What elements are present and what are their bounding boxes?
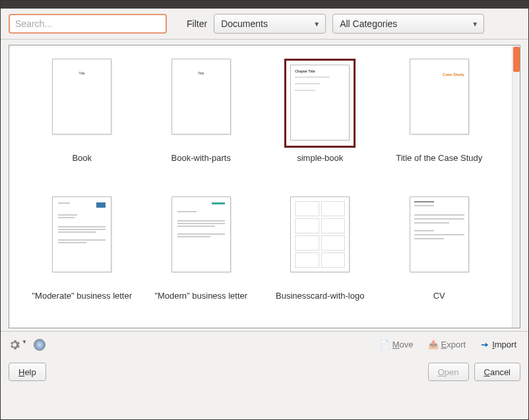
template-label: CV bbox=[433, 291, 445, 301]
template-item[interactable]: TitleBook bbox=[22, 59, 142, 177]
category-select[interactable]: All Categories ▼ bbox=[332, 14, 484, 34]
template-thumbnail: Title bbox=[171, 59, 231, 148]
filter-select[interactable]: Documents ▼ bbox=[214, 14, 326, 34]
scrollbar-thumb[interactable] bbox=[513, 47, 520, 72]
template-thumbnail bbox=[410, 196, 469, 285]
chevron-down-icon: ▼ bbox=[22, 339, 27, 345]
filter-select-value: Documents bbox=[221, 18, 268, 29]
toolbar: Filter Documents ▼ All Categories ▼ bbox=[1, 9, 528, 40]
template-label: simple-book bbox=[297, 153, 343, 164]
template-thumbnail bbox=[52, 196, 111, 285]
template-label: "Moderate" business letter bbox=[32, 291, 132, 301]
category-select-value: All Categories bbox=[340, 18, 397, 29]
bottom-button-row: Help Open Cancel bbox=[1, 357, 528, 386]
help-button[interactable]: Help bbox=[9, 363, 46, 381]
template-item[interactable]: Chapter Titlesimple-book bbox=[261, 59, 380, 177]
template-thumbnail bbox=[171, 196, 231, 285]
export-icon bbox=[428, 340, 439, 349]
template-label: Book-with-parts bbox=[171, 153, 231, 164]
template-item[interactable]: TitleBook-with-parts bbox=[142, 59, 261, 177]
cancel-button[interactable]: Cancel bbox=[474, 363, 520, 381]
import-button[interactable]: Import bbox=[476, 337, 520, 352]
template-thumbnail: Title bbox=[52, 59, 111, 148]
settings-menu-button[interactable]: ▼ bbox=[9, 339, 27, 351]
browse-online-button[interactable] bbox=[34, 339, 46, 351]
template-item[interactable]: CV bbox=[380, 196, 499, 315]
import-icon bbox=[480, 340, 489, 349]
template-dialog: Filter Documents ▼ All Categories ▼ Titl… bbox=[0, 0, 529, 420]
gear-icon bbox=[9, 339, 20, 351]
open-button[interactable]: Open bbox=[428, 363, 469, 381]
template-item[interactable]: Case StudyTitle of the Case Study bbox=[380, 59, 499, 177]
chevron-down-icon: ▼ bbox=[472, 20, 478, 28]
titlebar[interactable] bbox=[1, 1, 528, 9]
action-row: ▼ Move Export Import bbox=[1, 331, 528, 357]
scrollbar[interactable] bbox=[512, 45, 520, 328]
template-label: Title of the Case Study bbox=[396, 153, 482, 164]
template-item[interactable]: Businesscard-with-logo bbox=[261, 196, 380, 315]
chevron-down-icon: ▼ bbox=[313, 20, 320, 28]
move-icon bbox=[379, 340, 390, 349]
template-label: Businesscard-with-logo bbox=[276, 291, 364, 301]
template-label: Book bbox=[72, 153, 92, 164]
template-item[interactable]: "Modern" business letter bbox=[142, 196, 261, 315]
template-gallery: TitleBookTitleBook-with-partsChapter Tit… bbox=[9, 45, 512, 328]
template-item[interactable]: "Moderate" business letter bbox=[22, 196, 142, 315]
template-label: "Modern" business letter bbox=[154, 291, 247, 301]
template-gallery-container: TitleBookTitleBook-with-partsChapter Tit… bbox=[9, 45, 520, 328]
template-thumbnail: Chapter Title bbox=[284, 59, 356, 148]
move-button: Move bbox=[375, 337, 418, 352]
export-button: Export bbox=[424, 337, 470, 352]
template-thumbnail bbox=[290, 196, 350, 285]
filter-label: Filter bbox=[187, 18, 207, 29]
template-thumbnail: Case Study bbox=[410, 59, 469, 148]
search-input[interactable] bbox=[9, 14, 167, 34]
